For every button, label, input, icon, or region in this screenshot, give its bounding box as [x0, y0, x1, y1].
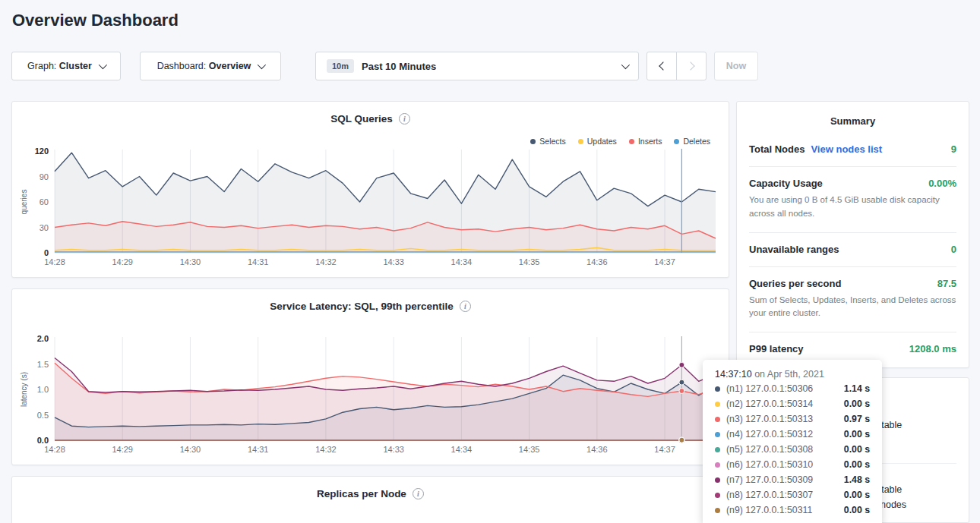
x-tick-label: 14:35 — [519, 257, 540, 266]
legend-dot-icon — [578, 139, 583, 144]
time-prev-button[interactable] — [646, 52, 677, 80]
tooltip-row: (n2) 127.0.0.1:503140.00 s — [715, 399, 870, 410]
node-color-dot-icon — [715, 447, 720, 452]
chevron-down-icon — [99, 61, 107, 69]
crosshair-dot — [679, 389, 684, 394]
tooltip-time: 14:37:10 — [715, 369, 752, 380]
x-tick-label: 14:34 — [451, 257, 473, 266]
view-nodes-list-link[interactable]: View nodes list — [811, 143, 882, 155]
overview-dashboard-page: Overview Dashboard Graph: Cluster Dashbo… — [0, 0, 980, 523]
chart-title: Replicas per Node — [317, 488, 406, 499]
tooltip-row: (n7) 127.0.0.1:503091.48 s — [715, 474, 870, 486]
tooltip-rows: (n1) 127.0.0.1:503061.14 s(n2) 127.0.0.1… — [715, 383, 870, 516]
y-tick-label: 1.5 — [37, 360, 49, 369]
info-icon[interactable]: i — [399, 113, 410, 124]
legend-item-updates: Updates — [578, 137, 617, 146]
capacity-usage-description: You are using 0 B of 4.5 GiB usable disk… — [749, 194, 956, 221]
y-axis-label: latency (s) — [20, 372, 28, 407]
graph-dropdown-label: Graph: Cluster — [27, 61, 92, 71]
dashboard-dropdown[interactable]: Dashboard: Overview — [140, 52, 281, 80]
tooltip-row: (n1) 127.0.0.1:503061.14 s — [715, 383, 870, 395]
x-tick-label: 14:30 — [180, 445, 201, 454]
series-area — [55, 358, 716, 441]
y-tick-label: 2.0 — [37, 334, 49, 343]
now-button[interactable]: Now — [714, 52, 758, 80]
p99-latency-label: P99 latency — [749, 343, 804, 354]
node-color-dot-icon — [715, 477, 720, 483]
summary-title: Summary — [749, 115, 956, 127]
summary-row-qps: Queries per second 87.5 Sum of Selects, … — [749, 267, 956, 333]
crosshair-dot — [679, 437, 684, 443]
legend-item-selects: Selects — [530, 137, 565, 146]
chevron-down-icon — [621, 61, 630, 69]
crosshair-dot — [679, 362, 684, 367]
chart-tooltip: 14:37:10 on Apr 5th, 2021 (n1) 127.0.0.1… — [703, 360, 882, 523]
chart-title: Service Latency: SQL, 99th percentile — [270, 301, 454, 312]
x-tick-label: 14:36 — [586, 257, 608, 266]
node-color-dot-icon — [715, 493, 720, 498]
chart-legend: SelectsUpdatesInsertsDeletes — [530, 137, 710, 146]
x-tick-label: 14:36 — [586, 445, 608, 454]
service-latency-card: Service Latency: SQL, 99th percentile i … — [11, 288, 729, 465]
x-tick-label: 14:32 — [315, 445, 337, 454]
node-color-dot-icon — [715, 386, 720, 392]
y-tick-label: 0 — [44, 248, 49, 257]
x-tick-label: 14:31 — [248, 257, 269, 266]
charts-column: SQL Queries i SelectsUpdatesInsertsDelet… — [11, 101, 729, 523]
x-tick-label: 14:34 — [451, 445, 473, 454]
tooltip-row: (n8) 127.0.0.1:503070.00 s — [715, 490, 870, 501]
total-nodes-label: Total Nodes — [749, 143, 805, 155]
y-tick-label: 60 — [40, 197, 49, 206]
x-tick-label: 14:28 — [44, 257, 65, 266]
y-tick-label: 0.0 — [37, 436, 49, 445]
x-tick-label: 14:33 — [383, 257, 404, 266]
tooltip-date: on Apr 5th, 2021 — [754, 369, 824, 380]
service-latency-chart[interactable]: 14:2814:2914:3014:3114:3214:3314:3414:35… — [18, 333, 724, 462]
replicas-per-node-card: Replicas per Node i — [11, 476, 729, 523]
time-range-badge: 10m — [327, 59, 354, 73]
y-tick-label: 90 — [40, 172, 49, 181]
crosshair-dot — [679, 380, 684, 385]
qps-value: 87.5 — [937, 278, 956, 289]
x-tick-label: 14:28 — [44, 445, 65, 454]
x-tick-label: 14:30 — [180, 257, 201, 266]
sql-queries-chart[interactable]: 14:2814:2914:3014:3114:3214:3314:3414:35… — [18, 146, 724, 275]
legend-dot-icon — [530, 139, 536, 144]
info-icon[interactable]: i — [460, 301, 471, 312]
time-next-button[interactable] — [676, 52, 707, 80]
x-tick-label: 14:37 — [654, 445, 675, 454]
tooltip-row: (n5) 127.0.0.1:503080.00 s — [715, 444, 870, 455]
chevron-down-icon — [258, 61, 266, 69]
unavailable-ranges-label: Unavailable ranges — [749, 244, 839, 255]
legend-item-inserts: Inserts — [629, 137, 662, 146]
tooltip-row: (n9) 127.0.0.1:503110.00 s — [715, 505, 870, 516]
y-tick-label: 0.5 — [37, 411, 49, 420]
unavailable-ranges-value: 0 — [951, 244, 956, 255]
summary-row-unavailable-ranges: Unavailable ranges 0 — [749, 233, 956, 267]
y-tick-label: 30 — [40, 223, 49, 232]
info-icon[interactable]: i — [413, 488, 424, 499]
node-color-dot-icon — [715, 402, 720, 407]
summary-panel: Summary Total Nodes View nodes list 9 Ca… — [736, 101, 969, 368]
event-item-sub: nodes — [880, 499, 906, 510]
summary-row-total-nodes: Total Nodes View nodes list 9 — [749, 133, 956, 167]
tooltip-row: (n3) 127.0.0.1:503130.97 s — [715, 414, 870, 425]
qps-description: Sum of Selects, Updates, Inserts, and De… — [749, 294, 956, 321]
legend-dot-icon — [629, 139, 634, 144]
time-range-picker[interactable]: 10m Past 10 Minutes — [315, 52, 639, 80]
tooltip-row: (n6) 127.0.0.1:503100.00 s — [715, 459, 870, 471]
summary-row-capacity: Capacity Usage 0.00% You are using 0 B o… — [749, 167, 956, 233]
tooltip-header: 14:37:10 on Apr 5th, 2021 — [715, 369, 870, 380]
node-color-dot-icon — [715, 462, 720, 468]
dashboard-dropdown-label: Dashboard: Overview — [157, 61, 251, 71]
y-axis-label: queries — [20, 190, 28, 215]
x-tick-label: 14:29 — [112, 445, 133, 454]
sql-queries-card: SQL Queries i SelectsUpdatesInsertsDelet… — [11, 101, 729, 278]
node-color-dot-icon — [715, 432, 720, 437]
tooltip-row: (n4) 127.0.0.1:503120.00 s — [715, 429, 870, 440]
capacity-usage-label: Capacity Usage — [749, 178, 823, 189]
p99-latency-value: 1208.0 ms — [909, 343, 956, 354]
legend-item-deletes: Deletes — [674, 137, 710, 146]
graph-dropdown[interactable]: Graph: Cluster — [11, 52, 121, 80]
y-tick-label: 1.0 — [37, 385, 49, 394]
